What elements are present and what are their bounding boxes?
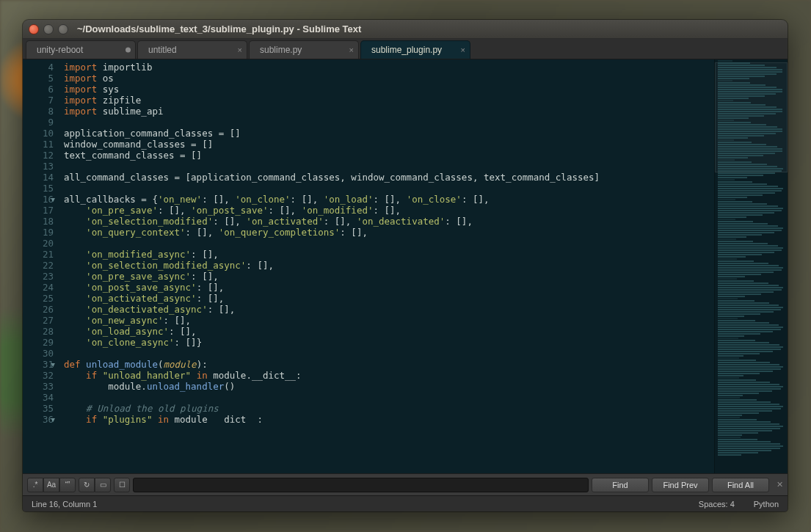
minimap-line — [718, 190, 782, 192]
line-number[interactable]: 29 — [23, 337, 54, 348]
code-line[interactable]: 'on_load_async': [], — [64, 326, 714, 337]
tab-close-icon[interactable]: × — [349, 45, 354, 54]
line-number[interactable]: 19 — [23, 227, 54, 238]
status-syntax[interactable]: Python — [754, 500, 779, 509]
code-line[interactable]: all_command_classes = [application_comma… — [64, 172, 714, 183]
line-number[interactable]: 20 — [23, 238, 54, 249]
code-line[interactable]: 'on_selection_modified': [], 'on_activat… — [64, 216, 714, 227]
minimap[interactable] — [714, 59, 788, 473]
line-number[interactable]: 10 — [23, 128, 54, 139]
find-regex-toggle[interactable]: .* — [27, 478, 43, 492]
code-line[interactable]: # Unload the old plugins — [64, 403, 714, 414]
code-line[interactable]: if "unload_handler" in module.__dict__: — [64, 370, 714, 381]
tab-sublime-py[interactable]: sublime.py× — [249, 40, 359, 59]
tab-close-icon[interactable]: × — [461, 45, 465, 54]
line-number[interactable]: 12 — [23, 150, 54, 161]
fold-icon[interactable]: ▼ — [51, 415, 55, 426]
code-line[interactable]: 'on_pre_save': [], 'on_post_save': [], '… — [64, 205, 714, 216]
line-number[interactable]: 11 — [23, 139, 54, 150]
code-line[interactable] — [64, 392, 714, 403]
line-number[interactable]: 6 — [23, 84, 54, 95]
find-all-button[interactable]: Find All — [712, 478, 769, 492]
code-line[interactable]: 'on_clone_async': []} — [64, 337, 714, 348]
window-minimize-button[interactable] — [43, 24, 54, 34]
line-number[interactable]: 32 — [23, 370, 54, 381]
tab-untitled[interactable]: untitled× — [137, 40, 247, 59]
code-line[interactable] — [64, 348, 714, 359]
line-number[interactable]: 34 — [23, 392, 54, 403]
find-highlight-toggle[interactable]: ☐ — [114, 478, 130, 492]
code-line[interactable] — [64, 117, 714, 128]
line-number[interactable]: 23 — [23, 271, 54, 282]
code-line[interactable]: import importlib — [64, 62, 714, 73]
line-number[interactable]: 16▼ — [23, 194, 54, 205]
line-number[interactable]: 7 — [23, 95, 54, 106]
find-prev-button[interactable]: Find Prev — [652, 478, 709, 492]
code-line[interactable]: 'on_deactivated_async': [], — [64, 304, 714, 315]
titlebar[interactable]: ~/Downloads/sublime_text_3/sublime_plugi… — [23, 20, 788, 39]
line-number[interactable]: 27 — [23, 315, 54, 326]
code-line[interactable]: 'on_selection_modified_async': [], — [64, 260, 714, 271]
line-number[interactable]: 15 — [23, 183, 54, 194]
code-line[interactable] — [64, 238, 714, 249]
status-position[interactable]: Line 16, Column 1 — [32, 500, 97, 509]
line-number[interactable]: 4 — [23, 62, 54, 73]
window-maximize-button[interactable] — [58, 24, 68, 34]
line-number[interactable]: 14 — [23, 172, 54, 183]
code-line[interactable]: application_command_classes = [] — [64, 128, 714, 139]
find-wrap-toggle[interactable]: ↻ — [79, 478, 95, 492]
line-number[interactable]: 18 — [23, 216, 54, 227]
fold-icon[interactable]: ▼ — [51, 360, 55, 371]
code-line[interactable]: if "plugins" in module dict : — [64, 414, 714, 425]
line-number[interactable]: 31▼ — [23, 359, 54, 370]
line-number[interactable]: 24 — [23, 282, 54, 293]
token-param: module — [163, 359, 196, 370]
code-line[interactable]: import sublime_api — [64, 106, 714, 117]
line-number[interactable]: 28 — [23, 326, 54, 337]
code-line[interactable]: module.unload_handler() — [64, 381, 714, 392]
line-number[interactable]: 13 — [23, 161, 54, 172]
line-number[interactable]: 36▼ — [23, 414, 54, 425]
find-button[interactable]: Find — [592, 478, 649, 492]
code-line[interactable]: all_callbacks = {'on_new': [], 'on_clone… — [64, 194, 714, 205]
code-line[interactable]: 'on_query_context': [], 'on_query_comple… — [64, 227, 714, 238]
line-number[interactable]: 17 — [23, 205, 54, 216]
find-close-icon[interactable]: ✕ — [777, 480, 783, 489]
find-inselection-toggle[interactable]: ▭ — [95, 478, 111, 492]
code-line[interactable]: def unload_module(module): — [64, 359, 714, 370]
line-number[interactable]: 22 — [23, 260, 54, 271]
code-line[interactable]: 'on_modified_async': [], — [64, 249, 714, 260]
line-number[interactable]: 26 — [23, 304, 54, 315]
tab-close-icon[interactable]: × — [238, 45, 242, 54]
find-wholeword-toggle[interactable]: “” — [59, 478, 76, 492]
line-number[interactable]: 25 — [23, 293, 54, 304]
find-case-toggle[interactable]: Aa — [43, 478, 59, 492]
tab-unity-reboot[interactable]: unity-reboot — [26, 40, 136, 59]
find-input[interactable] — [133, 478, 589, 492]
fold-icon[interactable]: ▼ — [51, 194, 55, 205]
code-line[interactable]: text_command_classes = [] — [64, 150, 714, 161]
line-number[interactable]: 9 — [23, 117, 54, 128]
code-line[interactable] — [64, 161, 714, 172]
line-number-gutter[interactable]: 45678910111213141516▼1718192021222324252… — [23, 59, 59, 473]
code-line[interactable]: 'on_new_async': [], — [64, 315, 714, 326]
line-number[interactable]: 35 — [23, 403, 54, 414]
line-number[interactable]: 8 — [23, 106, 54, 117]
window-close-button[interactable] — [29, 24, 39, 34]
code-line[interactable]: window_command_classes = [] — [64, 139, 714, 150]
line-number[interactable]: 30 — [23, 348, 54, 359]
line-number[interactable]: 5 — [23, 73, 54, 84]
code-line[interactable] — [64, 183, 714, 194]
line-number[interactable]: 21 — [23, 249, 54, 260]
minimap-line — [718, 265, 779, 266]
code-line[interactable]: import zipfile — [64, 95, 714, 106]
code-line[interactable]: 'on_post_save_async': [], — [64, 282, 714, 293]
code-line[interactable]: import sys — [64, 84, 714, 95]
line-number[interactable]: 33 — [23, 381, 54, 392]
code-line[interactable]: import os — [64, 73, 714, 84]
tab-sublime-plugin-py[interactable]: sublime_plugin.py× — [360, 40, 470, 59]
code-line[interactable]: 'on_activated_async': [], — [64, 293, 714, 304]
code-view[interactable]: import importlibimport osimport sysimpor… — [59, 59, 714, 473]
status-indent[interactable]: Spaces: 4 — [699, 500, 735, 509]
code-line[interactable]: 'on_pre_save_async': [], — [64, 271, 714, 282]
